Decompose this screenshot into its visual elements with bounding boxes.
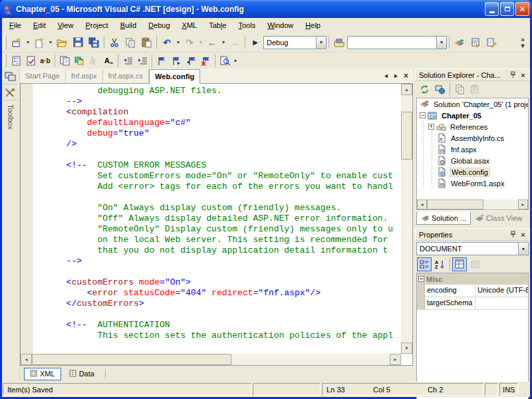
tree-item-webform1-aspx[interactable]: WebForm1.aspx [417, 178, 528, 189]
view-tab-xml[interactable]: XML [24, 368, 61, 380]
pin-icon[interactable] [508, 229, 518, 239]
refresh-button[interactable] [417, 82, 432, 96]
object-browser-button[interactable] [483, 35, 499, 50]
collapse-category-icon[interactable]: − [418, 276, 424, 282]
editor-horizontal-scrollbar[interactable]: ◄ ► [21, 354, 401, 365]
properties-window-button[interactable] [467, 35, 483, 50]
tree-scroll-left-icon[interactable]: ◄ [417, 200, 427, 209]
cut-button[interactable] [106, 35, 122, 50]
navigate-back-dropdown[interactable]: ▼ [220, 35, 227, 50]
properties-header[interactable]: Properties × [415, 228, 530, 241]
menu-help[interactable]: Help [299, 19, 327, 31]
toolbar-grip[interactable] [3, 54, 7, 67]
property-pages-extra-button[interactable] [467, 257, 482, 271]
tree-scroll-right-icon[interactable]: ► [518, 200, 528, 209]
scroll-left-icon[interactable]: ◄ [21, 354, 32, 365]
undo-dropdown[interactable]: ▼ [175, 35, 182, 50]
horizontal-scroll-thumb[interactable] [32, 354, 231, 365]
navigate-forward-button[interactable]: → [227, 35, 243, 50]
categorized-button[interactable] [417, 257, 432, 271]
property-pages-button[interactable] [452, 257, 467, 271]
indent-button[interactable] [135, 54, 150, 67]
server-explorer-tab[interactable] [2, 68, 19, 84]
resize-grip[interactable] [519, 383, 529, 396]
property-row-targetschema[interactable]: targetSchema [417, 297, 528, 310]
redo-dropdown[interactable]: ▼ [198, 35, 204, 50]
save-all-button[interactable] [86, 35, 102, 50]
menu-xml[interactable]: XML [176, 19, 203, 31]
code-editor[interactable]: debugging ASP.NET files. --> <compilatio… [20, 84, 413, 366]
font-button[interactable]: A [101, 54, 116, 67]
view-tab-data[interactable]: Data [64, 368, 100, 380]
tree-item-solution-chapter-05-1-project-[interactable]: Solution 'Chapter_05' (1 project) [417, 98, 528, 110]
code-text[interactable]: debugging ASP.NET files. --> <compilatio… [33, 84, 401, 354]
object-selector-dropdown-icon[interactable]: ▼ [518, 243, 528, 255]
vertical-scroll-thumb[interactable] [401, 112, 412, 160]
document-tab-fnf-aspx-cs[interactable]: fnf.aspx.cs [103, 70, 150, 83]
document-tab-web-config[interactable]: Web.config [149, 69, 200, 84]
copy-web-button[interactable] [432, 82, 447, 96]
scroll-right-icon[interactable]: ► [390, 354, 401, 365]
find-combo[interactable]: ▼ [347, 36, 447, 49]
menu-project[interactable]: Project [79, 19, 114, 31]
preview-button[interactable] [217, 54, 232, 67]
save-button[interactable] [70, 35, 86, 50]
scroll-tabs-right-icon[interactable]: ► [391, 72, 401, 79]
menu-view[interactable]: View [52, 19, 80, 31]
check-well-formed-button[interactable]: a·b [38, 54, 53, 67]
category-row-misc[interactable]: − Misc [417, 273, 528, 285]
new-project-dropdown[interactable]: ▼ [25, 35, 31, 50]
new-project-button[interactable] [9, 35, 25, 50]
next-bookmark-button[interactable] [169, 54, 184, 67]
tab-class-view[interactable]: Class View [471, 211, 527, 225]
solution-explorer-header[interactable]: Solution Explorer - Cha... × [415, 68, 530, 81]
tree-item-global-asax[interactable]: Global.asax [417, 155, 528, 166]
collapse-icon[interactable]: − [420, 112, 426, 118]
tree-horizontal-scrollbar[interactable]: ◄ ► [417, 200, 528, 209]
tree-item-assemblyinfo-cs[interactable]: #AssemblyInfo.cs [417, 132, 528, 144]
close-panel-icon[interactable]: × [518, 70, 528, 80]
open-file-button[interactable] [54, 35, 70, 50]
editor-vertical-scrollbar[interactable]: ▲ ▼ [401, 84, 412, 354]
property-row-encoding[interactable]: encoding Unicode (UTF-8) [417, 285, 528, 297]
redo-button[interactable]: ↷ [182, 35, 198, 50]
start-debug-button[interactable]: ▶ [247, 35, 263, 50]
document-tab-start-page[interactable]: Start Page [20, 70, 66, 83]
tree-item-web-config[interactable]: Web.config [417, 166, 528, 178]
scroll-up-icon[interactable]: ▲ [401, 84, 412, 95]
close-document-icon[interactable]: × [401, 71, 411, 80]
tree-item-chapter-05[interactable]: −C#Chapter_05 [417, 110, 528, 121]
toolbox-tab[interactable] [2, 84, 19, 100]
minimize-button[interactable] [485, 2, 499, 16]
validate-xml-button[interactable] [23, 54, 38, 67]
menu-table[interactable]: Table [203, 19, 232, 31]
tab-solution-explorer[interactable]: Solution ... [416, 211, 471, 225]
scroll-tabs-left-icon[interactable]: ◄ [381, 72, 391, 79]
menu-window[interactable]: Window [261, 19, 299, 31]
tree-item-references[interactable]: +References [417, 121, 528, 132]
clear-bookmarks-button[interactable] [198, 54, 213, 67]
tree-item-fnf-aspx[interactable]: fnf.aspx [417, 144, 528, 155]
format-selection-button[interactable] [86, 54, 101, 67]
menu-file[interactable]: File [3, 19, 27, 31]
paste-button[interactable] [138, 35, 154, 50]
toolbox-tab-label[interactable]: Toolbox [7, 104, 15, 130]
navigate-back-button[interactable]: ← [204, 35, 220, 50]
undo-button[interactable]: ↶ [159, 35, 175, 50]
object-selector[interactable]: DOCUMENT ▼ [416, 242, 529, 255]
properties-button[interactable] [467, 82, 482, 96]
toolbar-grip[interactable] [3, 36, 7, 49]
outdent-button[interactable] [120, 54, 135, 67]
find-dropdown-icon[interactable]: ▼ [436, 37, 446, 49]
scroll-down-icon[interactable]: ▼ [401, 342, 412, 354]
tree-scroll-thumb[interactable] [427, 200, 483, 209]
find-in-files-button[interactable] [331, 35, 347, 50]
alphabetical-button[interactable]: AZ [432, 257, 447, 271]
create-schema-button[interactable] [9, 54, 23, 67]
property-value[interactable] [475, 297, 528, 309]
menu-edit[interactable]: Edit [27, 19, 52, 31]
show-all-files-button[interactable] [452, 82, 467, 96]
add-new-item-button[interactable] [31, 35, 47, 50]
menu-build[interactable]: Build [114, 19, 142, 31]
view-data-button[interactable] [72, 54, 86, 67]
